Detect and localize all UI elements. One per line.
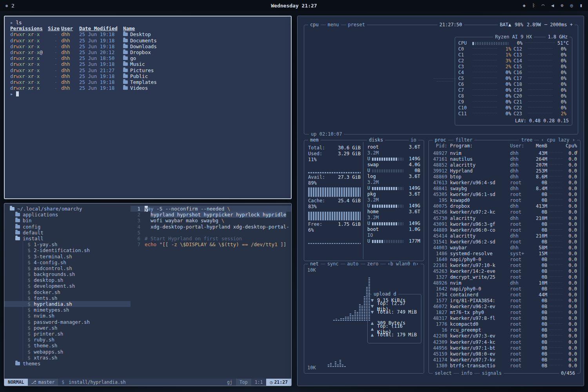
process-row[interactable]: 195kswapd0root0B0.0 bbox=[429, 198, 580, 203]
tree-folder-item[interactable]: applications bbox=[4, 212, 131, 218]
wifi-icon[interactable]: ◠ bbox=[542, 3, 544, 8]
tree-root[interactable]: ~/.local/share/omarchy bbox=[4, 206, 131, 212]
process-row[interactable]: 45305kworker/u96:1-sdroot0B0.0 bbox=[429, 192, 580, 198]
process-row[interactable]: 1577irq/81-PIXA3854:root0B0.0 bbox=[429, 298, 580, 304]
tree-file-item[interactable]: $development.sh bbox=[4, 283, 131, 289]
process-row[interactable]: 42309kworker/u97:4-kcroot0B0.0 bbox=[429, 339, 580, 345]
tree-file-item[interactable]: $3-terminal.sh bbox=[4, 254, 131, 260]
tree-file-item[interactable]: $fonts.sh bbox=[4, 295, 131, 301]
net-zero[interactable]: zero bbox=[365, 261, 381, 267]
menu-cpu[interactable]: cpu bbox=[308, 22, 321, 28]
process-row[interactable]: 1794containerdroot44M0.0 bbox=[429, 292, 580, 298]
dropbox-icon[interactable]: ◈ bbox=[523, 3, 525, 8]
process-row[interactable]: 48927nvimdhh43M0.0 bbox=[429, 151, 580, 156]
tree-file-item[interactable]: $4-config.sh bbox=[4, 260, 131, 265]
process-row[interactable]: 40075dropboxdhh413M0.0 bbox=[429, 203, 580, 209]
tree-folder-item[interactable]: install bbox=[4, 236, 131, 241]
tree-file-item[interactable]: $printer.sh bbox=[4, 331, 131, 337]
user-icon[interactable]: ◎ bbox=[570, 3, 573, 8]
file-tree[interactable]: ~/.local/share/omarchyapplicationsbincon… bbox=[4, 203, 131, 379]
process-row[interactable]: 47613kworker/u96:4-sdroot0B0.0 bbox=[429, 180, 580, 186]
process-row[interactable]: 1486systemd-resolvesyst+15M0.0 bbox=[429, 251, 580, 257]
menu-menu[interactable]: menu bbox=[326, 22, 341, 28]
tree-folder-item[interactable]: config bbox=[4, 224, 131, 230]
tree-file-item[interactable]: $nvim.sh bbox=[4, 313, 131, 319]
tree-file-item[interactable]: $hyprlandia.sh bbox=[4, 301, 131, 307]
proc-col-user[interactable]: User: bbox=[509, 143, 530, 149]
net-interface[interactable]: ‹b wlan0 n› bbox=[386, 261, 421, 267]
proc-col-pid[interactable]: Pid: bbox=[432, 143, 450, 149]
bluetooth-icon[interactable]: ᛒ bbox=[532, 3, 535, 8]
proc-filter[interactable]: filter bbox=[454, 137, 474, 143]
globe-icon[interactable]: ⊕ bbox=[561, 3, 563, 8]
process-row[interactable]: 31541kworker/u96:2-sdroot0B0.0 bbox=[429, 239, 580, 245]
process-row[interactable]: 1640napi/phy0-0root0B0.0 bbox=[429, 257, 580, 263]
proc-col-program[interactable]: Program: bbox=[450, 143, 509, 149]
tree-file-item[interactable]: $ruby.sh bbox=[4, 337, 131, 343]
process-row[interactable]: 48869btopdhh8.6M0.0 bbox=[429, 174, 580, 180]
net-auto[interactable]: auto bbox=[345, 261, 361, 267]
tree-folder-item[interactable]: default bbox=[4, 230, 131, 236]
net-stats-title[interactable]: upload d bbox=[372, 291, 398, 297]
proc-info[interactable]: info bbox=[459, 370, 474, 376]
process-row[interactable]: 47161nautilusdhh264M0.0 bbox=[429, 156, 580, 162]
tree-file-item[interactable]: $2-identification.sh bbox=[4, 247, 131, 253]
btop-window[interactable]: cpu menu preset 21:27:50 BAT▲ 98% 2.89W … bbox=[297, 16, 584, 386]
process-row[interactable]: 43091kworker/u96:3-gfroot0B0.0 bbox=[429, 221, 580, 227]
tree-file-item[interactable]: $xtras.sh bbox=[4, 355, 131, 361]
tree-file-item[interactable]: $asdcontrol.sh bbox=[4, 265, 131, 271]
proc-tree-toggle[interactable]: tree bbox=[519, 137, 534, 143]
process-row[interactable]: 1642napi/phy0-0root0B0.0 bbox=[429, 286, 580, 292]
menu-preset[interactable]: preset bbox=[346, 22, 367, 28]
tree-file-item[interactable]: $power.sh bbox=[4, 325, 131, 331]
process-row[interactable]: 48317kworker/u97:8-flroot0B0.0 bbox=[429, 316, 580, 321]
process-row[interactable]: 1327dmcrypt_write/25root0B0.0 bbox=[429, 274, 580, 280]
process-row[interactable]: 48841swaybgdhh8.4M0.0 bbox=[429, 186, 580, 192]
tree-file-item[interactable]: $docker.sh bbox=[4, 289, 131, 295]
process-row[interactable]: 16rcu_preemptroot0B0.0 bbox=[429, 327, 580, 333]
tree-file-item[interactable]: $mimetypes.sh bbox=[4, 307, 131, 313]
terminal-window[interactable]: ▸ ls PermissionsSizeUserDate ModifiedNam… bbox=[4, 16, 292, 199]
process-row[interactable]: 45414alacrittydhh210M0.0 bbox=[429, 233, 580, 239]
process-row[interactable]: 1776kcompactd0root0B0.0 bbox=[429, 321, 580, 327]
update-interval[interactable]: ─ 2000ms + bbox=[544, 22, 573, 28]
tree-file-item[interactable]: $1-yay.sh bbox=[4, 241, 131, 247]
proc-col-cpu%[interactable]: Cpu% bbox=[564, 143, 577, 149]
process-row[interactable]: 42208kworker/u97:3-evroot0B0.0 bbox=[429, 333, 580, 339]
sort-direction-icon[interactable]: ↑ bbox=[575, 149, 578, 155]
tree-folder-item[interactable]: bin bbox=[4, 218, 131, 223]
tree-folder-item[interactable]: themes bbox=[4, 361, 131, 367]
process-row[interactable]: 1827mt76-tx phy0root0B0.0 bbox=[429, 310, 580, 316]
net-sync[interactable]: sync bbox=[325, 261, 341, 267]
process-row[interactable]: 22161kworker/u97:10-kroot0B0.0 bbox=[429, 263, 580, 269]
process-row[interactable]: 44956kworker/u97:1-btroot0B0.0 bbox=[429, 345, 580, 351]
tree-file-item[interactable]: $backgrounds.sh bbox=[4, 271, 131, 277]
process-row[interactable]: 41174kworker/u97:7-kvroot0B0.0 bbox=[429, 357, 580, 363]
volume-icon[interactable]: ◀ bbox=[551, 3, 554, 8]
proc-signals[interactable]: signals bbox=[480, 370, 504, 376]
mem-title[interactable]: mem bbox=[308, 137, 321, 143]
proc-title[interactable]: proc bbox=[433, 137, 448, 143]
tree-file-item[interactable]: $webapps.sh bbox=[4, 349, 131, 355]
proc-col-memb[interactable]: MemB bbox=[530, 143, 547, 149]
tree-file-item[interactable]: $theme.sh bbox=[4, 343, 131, 348]
proc-sort[interactable]: ‹ cpu lazy › bbox=[539, 137, 577, 143]
prompt-line-2[interactable]: ▸ bbox=[10, 91, 285, 97]
process-row[interactable]: 45730alacrittydhh210M0.0 bbox=[429, 216, 580, 221]
process-row[interactable]: 39912Hyprlanddhh253M0.0 bbox=[429, 168, 580, 174]
editor-pane[interactable]: 1yay -S --noconfirm --needed \2 hyprland… bbox=[131, 203, 291, 379]
process-row[interactable]: 44003waybardhh58M0.0 bbox=[429, 245, 580, 251]
process-row[interactable]: 44889kworker/u96:0-coroot0B0.0 bbox=[429, 227, 580, 233]
workspace-indicator[interactable]: ● 2 bbox=[5, 3, 15, 9]
tree-file-item[interactable]: $desktop.sh bbox=[4, 277, 131, 283]
proc-select[interactable]: select bbox=[433, 370, 454, 376]
tree-file-item[interactable]: $password-manager.sh bbox=[4, 319, 131, 325]
nvim-window[interactable]: ~/.local/share/omarchyapplicationsbincon… bbox=[4, 203, 292, 386]
net-title[interactable]: net bbox=[308, 261, 321, 267]
process-row[interactable]: 45159kworker/u98:0-evroot0B0.0 bbox=[429, 351, 580, 357]
process-row[interactable]: 1380btrfs-transactioroot0B0.0 bbox=[429, 363, 580, 369]
process-row[interactable]: 45266kworker/u97:2-kcroot0B0.0 bbox=[429, 209, 580, 215]
battery-icon[interactable]: ▮ bbox=[580, 3, 583, 8]
process-row[interactable]: 48926nvimdhh10M0.0 bbox=[429, 280, 580, 286]
process-row[interactable]: 48852alacrittydhh207M0.0 bbox=[429, 162, 580, 168]
